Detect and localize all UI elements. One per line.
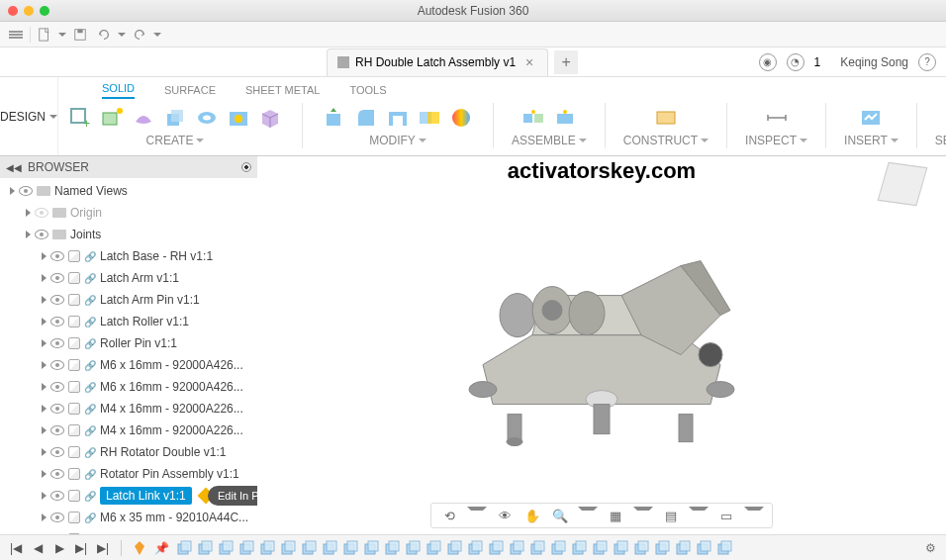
visibility-icon[interactable] — [19, 186, 33, 196]
timeline-feature[interactable] — [653, 539, 671, 557]
timeline-feature[interactable] — [300, 539, 318, 557]
user-name[interactable]: Keqing Song — [840, 55, 908, 69]
construct-plane-button[interactable] — [652, 104, 680, 132]
tree-row[interactable]: 🔗M6 x 16mm - 92000A426... — [0, 376, 257, 398]
undo-dropdown-icon[interactable] — [118, 33, 126, 37]
timeline-feature[interactable] — [175, 539, 193, 557]
redo-button[interactable] — [130, 25, 149, 45]
canvas[interactable]: activatorskey.com — [257, 156, 946, 534]
visibility-icon[interactable] — [50, 295, 64, 305]
combine-button[interactable] — [416, 104, 443, 132]
timeline-marker-icon[interactable] — [132, 540, 147, 556]
select-label[interactable]: SELECT — [935, 134, 946, 147]
tab-tools[interactable]: TOOLS — [349, 84, 386, 99]
timeline-prev-button[interactable]: ◀ — [30, 540, 46, 556]
timeline-next-button[interactable]: ▶| — [73, 540, 89, 556]
construct-label[interactable]: CONSTRUCT — [623, 134, 709, 147]
inspect-label[interactable]: INSPECT — [745, 134, 807, 147]
visibility-icon[interactable] — [50, 360, 64, 370]
assemble-label[interactable]: ASSEMBLE — [512, 134, 587, 147]
tree-row[interactable]: Origin — [0, 202, 257, 224]
maximize-window-icon[interactable] — [40, 6, 49, 16]
timeline-feature[interactable] — [445, 539, 463, 557]
create-label[interactable]: CREATE — [146, 134, 205, 147]
visibility-icon[interactable] — [50, 273, 64, 283]
visibility-icon[interactable] — [50, 338, 64, 348]
expand-icon[interactable] — [42, 426, 47, 434]
timeline-end-button[interactable]: ▶| — [95, 540, 111, 556]
tree-row[interactable]: 🔗Latch Arm v1:1 — [0, 267, 257, 289]
browser-header[interactable]: ◀◀ BROWSER — [0, 156, 257, 178]
tree-row[interactable]: Named Views — [0, 180, 257, 202]
joint-button[interactable] — [520, 104, 547, 132]
timeline-feature[interactable] — [362, 539, 380, 557]
tree-row[interactable]: 🔗M4 x 16mm - 92000A226... — [0, 398, 257, 420]
timeline-feature[interactable] — [279, 539, 297, 557]
shell-button[interactable] — [384, 104, 412, 132]
visibility-icon[interactable] — [50, 404, 64, 414]
timeline-feature[interactable] — [570, 539, 588, 557]
expand-icon[interactable] — [42, 470, 47, 478]
insert-label[interactable]: INSERT — [844, 134, 899, 147]
display-settings-button[interactable]: ▦ — [606, 507, 625, 524]
tree-row[interactable]: 🔗Rotator Pin Assembly v1:1 — [0, 463, 257, 485]
timeline-start-button[interactable]: |◀ — [8, 540, 24, 556]
timeline-feature[interactable] — [632, 539, 650, 557]
visibility-icon[interactable] — [50, 491, 64, 501]
undo-button[interactable] — [94, 25, 114, 45]
timeline-feature[interactable] — [466, 539, 484, 557]
fillet-button[interactable] — [352, 104, 380, 132]
pan-button[interactable]: ✋ — [522, 507, 542, 524]
file-dropdown-icon[interactable] — [58, 33, 66, 37]
timeline-feature[interactable] — [695, 539, 712, 557]
expand-icon[interactable] — [42, 296, 47, 304]
close-tab-button[interactable]: × — [521, 54, 537, 70]
grid-settings-button[interactable]: ▤ — [661, 507, 681, 524]
extrude-button[interactable] — [161, 104, 189, 132]
expand-icon[interactable] — [42, 492, 47, 500]
expand-icon[interactable] — [42, 361, 47, 369]
tab-solid[interactable]: SOLID — [102, 82, 135, 99]
tree-row[interactable]: 🔗Roller Pin v1:1 — [0, 332, 257, 354]
visibility-icon[interactable] — [50, 447, 64, 457]
timeline-feature[interactable] — [487, 539, 505, 557]
revolve-button[interactable] — [193, 104, 221, 132]
tree-row[interactable]: Joints — [0, 224, 257, 245]
orbit-button[interactable]: ⟲ — [439, 507, 459, 524]
timeline-feature[interactable] — [383, 539, 401, 557]
zoom-dropdown-icon[interactable] — [578, 507, 598, 524]
tree-row[interactable]: 🔗Latch Roller v1:1 — [0, 311, 257, 332]
timeline-feature[interactable] — [508, 539, 525, 557]
timeline-play-button[interactable]: ▶ — [51, 540, 67, 556]
minimize-window-icon[interactable] — [24, 6, 34, 16]
timeline-pin-icon[interactable]: 📌 — [153, 540, 169, 556]
browser-settings-icon[interactable] — [241, 162, 251, 172]
expand-icon[interactable] — [42, 318, 47, 326]
visibility-icon[interactable] — [50, 382, 64, 392]
zoom-button[interactable]: 🔍 — [550, 507, 570, 524]
expand-icon[interactable] — [42, 448, 47, 456]
visibility-icon[interactable] — [35, 208, 48, 218]
tab-sheet-metal[interactable]: SHEET METAL — [245, 84, 320, 99]
expand-icon[interactable] — [26, 209, 31, 217]
expand-icon[interactable] — [42, 339, 47, 347]
new-tab-button[interactable]: + — [554, 50, 578, 74]
redo-dropdown-icon[interactable] — [153, 33, 161, 37]
timeline-feature[interactable] — [549, 539, 567, 557]
model-view[interactable] — [424, 207, 780, 474]
viewport-dropdown-icon[interactable] — [744, 507, 764, 524]
timeline-feature[interactable] — [321, 539, 338, 557]
visibility-icon[interactable] — [50, 251, 64, 261]
timeline-feature[interactable] — [612, 539, 629, 557]
new-component-button[interactable]: + — [66, 104, 94, 132]
timeline-feature[interactable] — [341, 539, 359, 557]
timeline-feature[interactable] — [425, 539, 442, 557]
grid-dropdown-icon[interactable] — [689, 507, 709, 524]
tree-row[interactable]: 🔗Latch Base - RH v1:1 — [0, 245, 257, 267]
expand-icon[interactable] — [42, 274, 47, 282]
close-window-icon[interactable] — [8, 6, 18, 16]
viewport-button[interactable]: ▭ — [716, 507, 736, 524]
timeline-settings-button[interactable]: ⚙ — [922, 540, 938, 556]
hole-button[interactable] — [225, 104, 252, 132]
tree-row[interactable]: 🔗Latch Arm Pin v1:1 — [0, 289, 257, 311]
